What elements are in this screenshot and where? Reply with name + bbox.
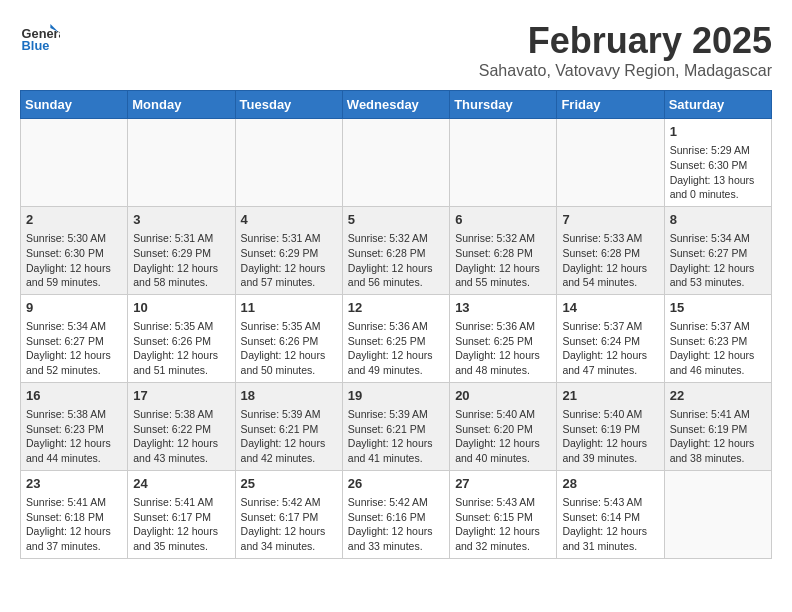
day-number: 1 — [670, 123, 766, 141]
day-number: 20 — [455, 387, 551, 405]
weekday-header-row: SundayMondayTuesdayWednesdayThursdayFrid… — [21, 91, 772, 119]
day-info: Sunrise: 5:29 AM Sunset: 6:30 PM Dayligh… — [670, 143, 766, 202]
day-number: 18 — [241, 387, 337, 405]
day-number: 16 — [26, 387, 122, 405]
weekday-header-wednesday: Wednesday — [342, 91, 449, 119]
day-number: 26 — [348, 475, 444, 493]
calendar-cell — [557, 119, 664, 207]
weekday-header-monday: Monday — [128, 91, 235, 119]
calendar-cell: 21Sunrise: 5:40 AM Sunset: 6:19 PM Dayli… — [557, 382, 664, 470]
day-info: Sunrise: 5:37 AM Sunset: 6:23 PM Dayligh… — [670, 319, 766, 378]
day-info: Sunrise: 5:42 AM Sunset: 6:17 PM Dayligh… — [241, 495, 337, 554]
day-number: 24 — [133, 475, 229, 493]
day-info: Sunrise: 5:31 AM Sunset: 6:29 PM Dayligh… — [241, 231, 337, 290]
month-title: February 2025 — [479, 20, 772, 62]
day-info: Sunrise: 5:30 AM Sunset: 6:30 PM Dayligh… — [26, 231, 122, 290]
calendar-cell: 4Sunrise: 5:31 AM Sunset: 6:29 PM Daylig… — [235, 206, 342, 294]
day-number: 14 — [562, 299, 658, 317]
calendar-cell: 20Sunrise: 5:40 AM Sunset: 6:20 PM Dayli… — [450, 382, 557, 470]
calendar-cell: 18Sunrise: 5:39 AM Sunset: 6:21 PM Dayli… — [235, 382, 342, 470]
day-number: 27 — [455, 475, 551, 493]
calendar-cell — [450, 119, 557, 207]
day-number: 11 — [241, 299, 337, 317]
calendar-cell: 16Sunrise: 5:38 AM Sunset: 6:23 PM Dayli… — [21, 382, 128, 470]
day-info: Sunrise: 5:34 AM Sunset: 6:27 PM Dayligh… — [26, 319, 122, 378]
day-number: 2 — [26, 211, 122, 229]
calendar-cell: 22Sunrise: 5:41 AM Sunset: 6:19 PM Dayli… — [664, 382, 771, 470]
week-row-2: 2Sunrise: 5:30 AM Sunset: 6:30 PM Daylig… — [21, 206, 772, 294]
day-number: 7 — [562, 211, 658, 229]
calendar-cell: 3Sunrise: 5:31 AM Sunset: 6:29 PM Daylig… — [128, 206, 235, 294]
day-number: 9 — [26, 299, 122, 317]
day-info: Sunrise: 5:35 AM Sunset: 6:26 PM Dayligh… — [241, 319, 337, 378]
day-number: 12 — [348, 299, 444, 317]
day-number: 17 — [133, 387, 229, 405]
calendar-cell: 19Sunrise: 5:39 AM Sunset: 6:21 PM Dayli… — [342, 382, 449, 470]
day-number: 25 — [241, 475, 337, 493]
day-number: 4 — [241, 211, 337, 229]
weekday-header-thursday: Thursday — [450, 91, 557, 119]
day-number: 19 — [348, 387, 444, 405]
weekday-header-friday: Friday — [557, 91, 664, 119]
day-number: 3 — [133, 211, 229, 229]
day-info: Sunrise: 5:34 AM Sunset: 6:27 PM Dayligh… — [670, 231, 766, 290]
calendar-cell: 11Sunrise: 5:35 AM Sunset: 6:26 PM Dayli… — [235, 294, 342, 382]
day-number: 5 — [348, 211, 444, 229]
week-row-4: 16Sunrise: 5:38 AM Sunset: 6:23 PM Dayli… — [21, 382, 772, 470]
day-number: 10 — [133, 299, 229, 317]
weekday-header-tuesday: Tuesday — [235, 91, 342, 119]
logo-icon: General Blue — [20, 20, 60, 60]
week-row-1: 1Sunrise: 5:29 AM Sunset: 6:30 PM Daylig… — [21, 119, 772, 207]
calendar-cell — [664, 470, 771, 558]
calendar-cell: 27Sunrise: 5:43 AM Sunset: 6:15 PM Dayli… — [450, 470, 557, 558]
calendar-cell: 2Sunrise: 5:30 AM Sunset: 6:30 PM Daylig… — [21, 206, 128, 294]
calendar-cell — [235, 119, 342, 207]
weekday-header-saturday: Saturday — [664, 91, 771, 119]
calendar-cell — [128, 119, 235, 207]
day-info: Sunrise: 5:38 AM Sunset: 6:22 PM Dayligh… — [133, 407, 229, 466]
day-number: 21 — [562, 387, 658, 405]
calendar-cell: 15Sunrise: 5:37 AM Sunset: 6:23 PM Dayli… — [664, 294, 771, 382]
svg-text:Blue: Blue — [22, 38, 50, 53]
day-info: Sunrise: 5:42 AM Sunset: 6:16 PM Dayligh… — [348, 495, 444, 554]
calendar-cell: 6Sunrise: 5:32 AM Sunset: 6:28 PM Daylig… — [450, 206, 557, 294]
calendar-cell: 17Sunrise: 5:38 AM Sunset: 6:22 PM Dayli… — [128, 382, 235, 470]
day-number: 15 — [670, 299, 766, 317]
calendar-table: SundayMondayTuesdayWednesdayThursdayFrid… — [20, 90, 772, 559]
calendar-cell: 28Sunrise: 5:43 AM Sunset: 6:14 PM Dayli… — [557, 470, 664, 558]
day-info: Sunrise: 5:39 AM Sunset: 6:21 PM Dayligh… — [241, 407, 337, 466]
day-info: Sunrise: 5:41 AM Sunset: 6:17 PM Dayligh… — [133, 495, 229, 554]
week-row-5: 23Sunrise: 5:41 AM Sunset: 6:18 PM Dayli… — [21, 470, 772, 558]
day-info: Sunrise: 5:32 AM Sunset: 6:28 PM Dayligh… — [455, 231, 551, 290]
day-number: 22 — [670, 387, 766, 405]
day-info: Sunrise: 5:32 AM Sunset: 6:28 PM Dayligh… — [348, 231, 444, 290]
calendar-cell: 5Sunrise: 5:32 AM Sunset: 6:28 PM Daylig… — [342, 206, 449, 294]
day-number: 13 — [455, 299, 551, 317]
logo: General Blue — [20, 20, 64, 60]
title-block: February 2025 Sahavato, Vatovavy Region,… — [479, 20, 772, 80]
day-info: Sunrise: 5:33 AM Sunset: 6:28 PM Dayligh… — [562, 231, 658, 290]
calendar-cell: 26Sunrise: 5:42 AM Sunset: 6:16 PM Dayli… — [342, 470, 449, 558]
calendar-cell: 13Sunrise: 5:36 AM Sunset: 6:25 PM Dayli… — [450, 294, 557, 382]
day-number: 8 — [670, 211, 766, 229]
calendar-cell: 12Sunrise: 5:36 AM Sunset: 6:25 PM Dayli… — [342, 294, 449, 382]
day-info: Sunrise: 5:40 AM Sunset: 6:20 PM Dayligh… — [455, 407, 551, 466]
day-info: Sunrise: 5:39 AM Sunset: 6:21 PM Dayligh… — [348, 407, 444, 466]
day-number: 23 — [26, 475, 122, 493]
day-number: 28 — [562, 475, 658, 493]
day-info: Sunrise: 5:43 AM Sunset: 6:14 PM Dayligh… — [562, 495, 658, 554]
day-info: Sunrise: 5:40 AM Sunset: 6:19 PM Dayligh… — [562, 407, 658, 466]
day-info: Sunrise: 5:43 AM Sunset: 6:15 PM Dayligh… — [455, 495, 551, 554]
calendar-cell: 23Sunrise: 5:41 AM Sunset: 6:18 PM Dayli… — [21, 470, 128, 558]
day-info: Sunrise: 5:38 AM Sunset: 6:23 PM Dayligh… — [26, 407, 122, 466]
day-number: 6 — [455, 211, 551, 229]
calendar-cell: 1Sunrise: 5:29 AM Sunset: 6:30 PM Daylig… — [664, 119, 771, 207]
day-info: Sunrise: 5:35 AM Sunset: 6:26 PM Dayligh… — [133, 319, 229, 378]
day-info: Sunrise: 5:41 AM Sunset: 6:18 PM Dayligh… — [26, 495, 122, 554]
calendar-cell — [342, 119, 449, 207]
day-info: Sunrise: 5:31 AM Sunset: 6:29 PM Dayligh… — [133, 231, 229, 290]
calendar-cell: 24Sunrise: 5:41 AM Sunset: 6:17 PM Dayli… — [128, 470, 235, 558]
day-info: Sunrise: 5:37 AM Sunset: 6:24 PM Dayligh… — [562, 319, 658, 378]
day-info: Sunrise: 5:36 AM Sunset: 6:25 PM Dayligh… — [348, 319, 444, 378]
calendar-cell: 25Sunrise: 5:42 AM Sunset: 6:17 PM Dayli… — [235, 470, 342, 558]
